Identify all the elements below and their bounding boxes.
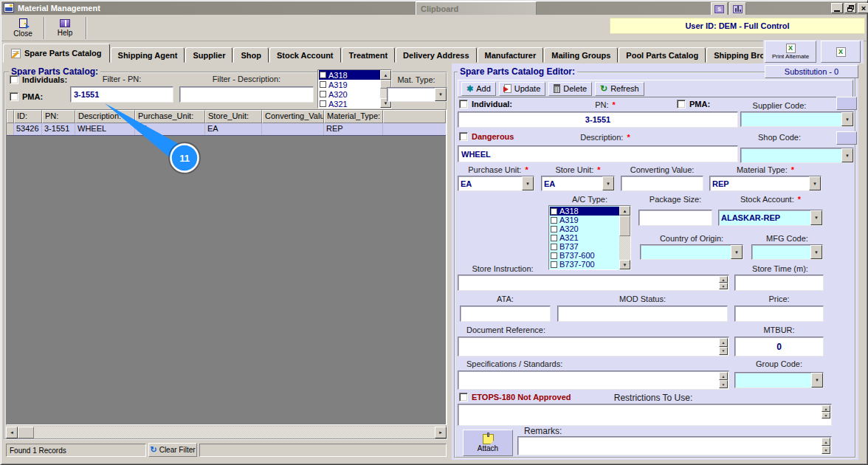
tab-treatment[interactable]: Treatment bbox=[342, 47, 396, 63]
attach-button[interactable]: Attach bbox=[463, 430, 513, 456]
spin-up-icon[interactable]: ▲ bbox=[719, 338, 728, 347]
export-excel-button[interactable]: X bbox=[821, 41, 861, 63]
pma-editor-checkbox[interactable] bbox=[677, 100, 686, 108]
delete-button[interactable]: Delete bbox=[548, 82, 592, 96]
spin-down-icon[interactable]: ▼ bbox=[719, 380, 728, 388]
dropdown-arrow-icon[interactable]: ▼ bbox=[522, 176, 534, 190]
clear-filter-button[interactable]: ↻ Clear Filter bbox=[148, 443, 197, 457]
country-of-origin-dropdown[interactable]: ▼ bbox=[640, 244, 743, 260]
converting-value-input[interactable] bbox=[621, 176, 703, 191]
shop-code-lookup-button[interactable] bbox=[836, 131, 857, 145]
tab-shop[interactable]: Shop bbox=[233, 47, 269, 63]
list-item[interactable]: B737-700 bbox=[550, 260, 619, 269]
help-button[interactable]: Help bbox=[48, 16, 82, 40]
store-unit-dropdown[interactable]: EA ▼ bbox=[541, 176, 615, 191]
column-header[interactable]: PN: bbox=[42, 110, 75, 123]
material-type-dropdown[interactable]: REP ▼ bbox=[709, 176, 822, 191]
dangerous-checkbox[interactable] bbox=[459, 132, 468, 141]
dropdown-arrow-icon[interactable]: ▼ bbox=[809, 176, 821, 190]
close-button[interactable]: Close bbox=[6, 16, 40, 40]
dropdown-arrow-icon[interactable]: ▼ bbox=[810, 210, 822, 225]
scroll-track[interactable] bbox=[619, 236, 630, 260]
item-checkbox[interactable] bbox=[320, 81, 326, 88]
hscroll-track[interactable] bbox=[34, 427, 435, 438]
spin-up-icon[interactable]: ▲ bbox=[719, 372, 728, 380]
list-item[interactable]: B737 bbox=[550, 242, 619, 251]
scroll-up-icon[interactable]: ▲ bbox=[619, 206, 630, 216]
dropdown-arrow-icon[interactable]: ▼ bbox=[602, 176, 614, 190]
specifications-input[interactable]: ▲▼ bbox=[458, 371, 729, 390]
list-item[interactable]: A319 bbox=[550, 216, 619, 224]
tab-delivery-address[interactable]: Delivery Address bbox=[396, 47, 476, 63]
etops-checkbox[interactable] bbox=[459, 393, 468, 402]
mat-type-dropdown[interactable]: ▼ bbox=[387, 87, 447, 102]
mfg-code-dropdown[interactable]: ▼ bbox=[751, 244, 823, 260]
description-input[interactable]: WHEEL bbox=[458, 145, 738, 162]
list-item[interactable]: A320 bbox=[550, 224, 619, 233]
scroll-left-icon[interactable]: ◄ bbox=[6, 427, 18, 438]
tab-supplier[interactable]: Supplier bbox=[185, 47, 232, 63]
ac-type-scrollbar[interactable]: ▲ ▼ bbox=[619, 206, 630, 269]
item-checkbox[interactable] bbox=[320, 100, 326, 107]
add-button[interactable]: ✱ Add bbox=[461, 82, 496, 96]
update-button[interactable]: Update bbox=[499, 82, 545, 96]
item-checkbox[interactable] bbox=[551, 235, 557, 241]
dropdown-arrow-icon[interactable]: ▼ bbox=[841, 148, 853, 162]
item-checkbox[interactable] bbox=[320, 91, 326, 97]
mod-status-input[interactable] bbox=[557, 306, 728, 322]
spin-down-icon[interactable]: ▼ bbox=[822, 412, 830, 418]
spin-up-icon[interactable]: ▲ bbox=[822, 438, 830, 446]
ac-filter-list[interactable]: A318 A319 A320 A321 ▲ ▼ bbox=[317, 69, 392, 108]
tab-stock-account[interactable]: Stock Account bbox=[269, 47, 341, 63]
table-hscrollbar[interactable]: ◄ ► bbox=[6, 427, 447, 438]
supplier-code-lookup-button[interactable] bbox=[836, 97, 857, 110]
filter-pn-input[interactable]: 3-1551 bbox=[70, 86, 173, 103]
tab-spare-parts-catalog[interactable]: Spare Parts Catalog bbox=[3, 44, 110, 63]
spin-down-icon[interactable]: ▼ bbox=[719, 347, 728, 356]
item-checkbox[interactable] bbox=[551, 261, 557, 268]
store-time-input[interactable] bbox=[734, 275, 824, 291]
minimize-button[interactable] bbox=[831, 3, 843, 13]
shop-code-dropdown[interactable]: ▼ bbox=[740, 148, 854, 163]
purchase-unit-dropdown[interactable]: EA ▼ bbox=[458, 176, 534, 191]
column-header[interactable]: Purchase_Unit: bbox=[135, 110, 205, 123]
supplier-code-dropdown[interactable]: ▼ bbox=[740, 111, 854, 127]
mtbur-input[interactable]: 0 bbox=[734, 337, 824, 356]
list-item[interactable]: A320 bbox=[319, 89, 380, 99]
price-input[interactable] bbox=[734, 306, 824, 322]
pn-input[interactable]: 3-1551 bbox=[458, 111, 738, 128]
dropdown-arrow-icon[interactable]: ▼ bbox=[731, 245, 743, 259]
tab-pool-parts-catalog[interactable]: Pool Parts Catalog bbox=[619, 47, 706, 63]
column-header[interactable]: Material_Type: bbox=[324, 110, 383, 123]
stock-account-dropdown[interactable]: ALASKAR-REP ▼ bbox=[718, 210, 823, 226]
pma-filter-checkbox[interactable] bbox=[10, 92, 18, 101]
scroll-thumb[interactable] bbox=[619, 216, 630, 236]
tab-mailing-groups[interactable]: Mailing Groups bbox=[544, 47, 618, 63]
individual-checkbox[interactable] bbox=[459, 100, 468, 108]
tab-shipping-agent[interactable]: Shipping Agent bbox=[111, 47, 185, 63]
dropdown-arrow-icon[interactable]: ▼ bbox=[811, 373, 823, 388]
item-checkbox[interactable] bbox=[551, 252, 557, 259]
list-item[interactable]: B737-600 bbox=[550, 251, 619, 260]
item-checkbox[interactable] bbox=[551, 226, 557, 232]
item-checkbox[interactable] bbox=[320, 72, 326, 78]
list-item[interactable]: A319 bbox=[319, 80, 380, 89]
close-window-button[interactable]: × bbox=[858, 3, 868, 13]
item-checkbox[interactable] bbox=[551, 217, 557, 224]
list-item[interactable]: A321 bbox=[319, 99, 380, 108]
group-code-dropdown[interactable]: ▼ bbox=[734, 372, 824, 388]
remarks-input[interactable]: ▲▼ bbox=[517, 436, 832, 455]
clipboard-window-titlebar[interactable]: Clipboard bbox=[416, 1, 537, 16]
spin-down-icon[interactable]: ▼ bbox=[822, 446, 830, 454]
dropdown-arrow-icon[interactable]: ▼ bbox=[435, 88, 447, 101]
list-item[interactable]: A318 bbox=[319, 70, 380, 80]
list-item[interactable]: A321 bbox=[550, 233, 619, 242]
column-header[interactable]: Store_Unit: bbox=[205, 110, 262, 123]
filter-description-input[interactable] bbox=[179, 86, 314, 103]
dropdown-arrow-icon[interactable]: ▼ bbox=[810, 245, 822, 259]
table-row[interactable]: 53426 3-1551 WHEEL EA EA REP bbox=[7, 123, 446, 136]
column-header[interactable]: Description: bbox=[75, 110, 135, 123]
substitution-button[interactable]: Substitution - 0 bbox=[765, 65, 858, 78]
dropdown-arrow-icon[interactable]: ▼ bbox=[841, 112, 853, 126]
individuals-checkbox[interactable] bbox=[10, 75, 18, 84]
